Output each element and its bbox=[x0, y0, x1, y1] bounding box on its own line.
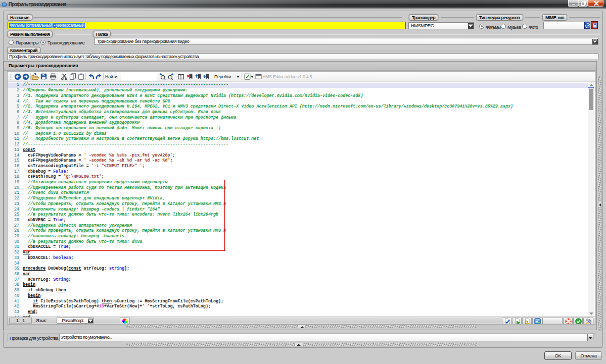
svg-text:?: ? bbox=[586, 24, 589, 28]
